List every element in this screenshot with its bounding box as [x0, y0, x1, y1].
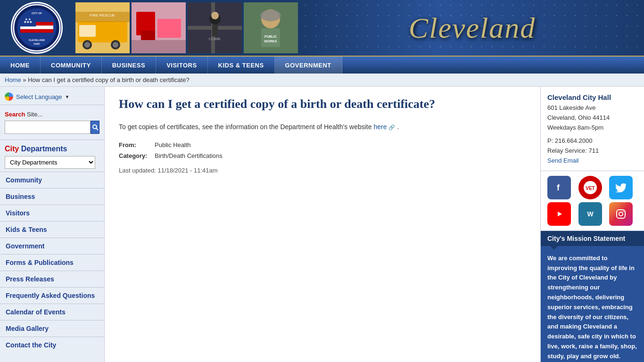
header-photos: FIRE RESCUE CLIMB: [73, 0, 300, 56]
page-title: How can I get a certified copy of a birt…: [119, 96, 526, 112]
relay-label: Relay Service:: [547, 147, 587, 154]
health-website-link[interactable]: here: [373, 123, 387, 131]
svg-point-34: [260, 10, 281, 21]
search-site-label: Site...: [27, 111, 42, 118]
nav-home[interactable]: HOME: [0, 57, 41, 74]
nav-community[interactable]: COMMUNITY: [41, 57, 102, 74]
departments-title-rest: Departments: [19, 145, 67, 153]
last-updated: Last updated: 11/18/2021 - 11:41am: [119, 167, 526, 174]
last-updated-label: Last updated:: [119, 167, 156, 174]
language-dropdown-arrow[interactable]: ▼: [65, 94, 70, 99]
sidebar-item-media-gallery[interactable]: Media Gallery: [0, 320, 104, 337]
nav-kids-teens[interactable]: KIDS & TEENS: [208, 57, 275, 74]
from-value: Public Health: [155, 141, 191, 148]
site-header: ★★★ ★ ★ CITY OF CLEVELAND OHIO FIRE RESC…: [0, 0, 644, 56]
main-layout: Select Language ▼ Search Site... City De…: [0, 87, 644, 362]
header-photo-1: FIRE RESCUE: [75, 2, 130, 53]
svg-rect-22: [157, 19, 181, 38]
right-sidebar: Cleveland City Hall 601 Lakeside Ave Cle…: [540, 87, 644, 362]
ext-link-icon: 🔗: [388, 124, 395, 130]
nav-visitors[interactable]: VISITORS: [156, 57, 207, 74]
category-value: Birth/Death Certifications: [155, 152, 223, 159]
sidebar-item-government[interactable]: Government: [0, 238, 104, 254]
logo-area: ★★★ ★ ★ CITY OF CLEVELAND OHIO: [0, 0, 73, 56]
hours: Weekdays 8am-5pm: [547, 124, 603, 131]
svg-text:FIRE RESCUE: FIRE RESCUE: [90, 13, 115, 17]
instagram-link[interactable]: [609, 202, 633, 226]
city-hall-name: Cleveland City Hall: [547, 93, 637, 101]
city-hall-info: Cleveland City Hall 601 Lakeside Ave Cle…: [541, 87, 644, 171]
header-photo-4: PUBLIC WORKS: [244, 2, 298, 53]
sidebar-item-visitors[interactable]: Visitors: [0, 205, 104, 221]
search-area: Search Site...: [0, 105, 104, 140]
twitter-link[interactable]: [609, 176, 633, 199]
mission-header: City's Mission Statement: [541, 231, 644, 246]
city-name: Cleveland: [409, 11, 536, 45]
google-translate-icon: [5, 92, 13, 101]
youtube-link[interactable]: [547, 202, 571, 226]
svg-rect-29: [212, 25, 218, 36]
svg-point-15: [84, 42, 90, 48]
sidebar-item-press-releases[interactable]: Press Releases: [0, 271, 104, 287]
sidebar-item-faq[interactable]: Frequently Asked Questions: [0, 287, 104, 304]
svg-text:PUBLIC: PUBLIC: [264, 35, 277, 38]
search-icon: [92, 124, 99, 131]
svg-point-50: [623, 211, 624, 212]
svg-point-49: [619, 212, 623, 216]
veterans-link[interactable]: VET: [578, 176, 602, 199]
nav-business[interactable]: BUSINESS: [102, 57, 156, 74]
mission-statement: City's Mission Statement We are committe…: [541, 231, 644, 362]
header-photo-3: CLIMB: [188, 2, 242, 53]
main-nav: HOME COMMUNITY BUSINESS VISITORS KIDS & …: [0, 56, 644, 74]
content-body: To get copies of certificates, see the i…: [119, 122, 526, 132]
contact-info: P: 216.664.2000 Relay Service: 711 Send …: [547, 136, 637, 165]
nav-government[interactable]: GOVERNMENT: [275, 57, 342, 74]
relay-number: 711: [588, 147, 599, 154]
sidebar-item-community[interactable]: Community: [0, 172, 104, 188]
header-photo-2: [132, 2, 186, 53]
category-row: Category: Birth/Death Certifications: [119, 152, 526, 159]
search-button[interactable]: [91, 121, 99, 134]
breadcrumb-home[interactable]: Home: [5, 76, 21, 83]
body-text: To get copies of certificates, see the i…: [119, 123, 372, 131]
search-input[interactable]: [5, 121, 91, 134]
svg-line-39: [96, 128, 98, 130]
link-suffix: .: [397, 123, 399, 131]
sidebar: Select Language ▼ Search Site... City De…: [0, 87, 105, 362]
city-departments-dropdown[interactable]: City Departments: [5, 156, 95, 169]
sidebar-item-kids-teens[interactable]: Kids & Teens: [0, 221, 104, 238]
language-selector[interactable]: Select Language ▼: [0, 87, 104, 105]
city-departments-title: City Departments: [0, 140, 104, 156]
svg-rect-13: [79, 25, 96, 37]
svg-text:f: f: [557, 183, 560, 192]
svg-rect-4: [20, 29, 53, 33]
last-updated-value: 11/18/2021 - 11:41am: [157, 167, 217, 174]
wordpress-link[interactable]: W: [578, 202, 602, 226]
select-language-label[interactable]: Select Language: [16, 93, 62, 100]
search-row: [5, 121, 99, 134]
phone-number: 216.664.2000: [555, 137, 593, 144]
facebook-link[interactable]: f: [547, 176, 571, 199]
sidebar-item-calendar[interactable]: Calendar of Events: [0, 304, 104, 320]
mission-body: We are committed to improving the qualit…: [541, 246, 644, 362]
address-line1: 601 Lakeside Ave: [547, 104, 595, 111]
sidebar-item-forms-publications[interactable]: Forms & Publications: [0, 254, 104, 271]
breadcrumb-current: How can I get a certified copy of a birt…: [28, 76, 190, 83]
header-title-area: Cleveland: [300, 0, 644, 56]
sidebar-item-contact-city[interactable]: Contact the City: [0, 337, 104, 353]
svg-point-17: [113, 42, 118, 48]
main-content: How can I get a certified copy of a birt…: [105, 87, 540, 362]
city-hall-address: 601 Lakeside Ave Cleveland, Ohio 44114 W…: [547, 103, 637, 132]
mission-text: We are committed to improving the qualit…: [547, 255, 637, 360]
svg-text:W: W: [587, 210, 594, 218]
svg-text:CLIMB: CLIMB: [209, 37, 220, 41]
svg-text:CITY OF: CITY OF: [31, 12, 42, 15]
search-label-bold: Search: [5, 111, 25, 118]
sidebar-item-business[interactable]: Business: [0, 188, 104, 205]
breadcrumb: Home » How can I get a certified copy of…: [0, 74, 644, 87]
category-label: Category:: [119, 152, 152, 159]
svg-point-30: [211, 12, 219, 19]
address-line2: Cleveland, Ohio 44114: [547, 114, 610, 121]
send-email-link[interactable]: Send Email: [547, 157, 578, 164]
svg-text:WORKS: WORKS: [264, 40, 277, 43]
